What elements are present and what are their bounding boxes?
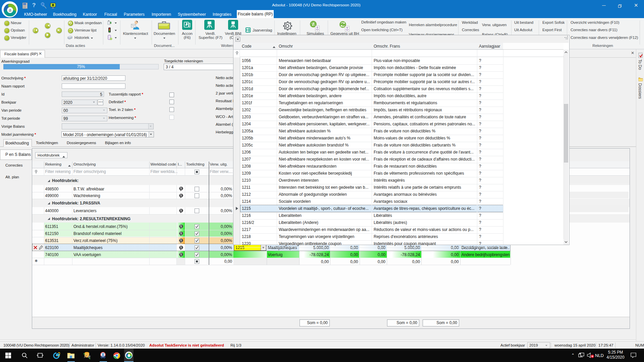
- svg-text:a: a: [9, 7, 11, 13]
